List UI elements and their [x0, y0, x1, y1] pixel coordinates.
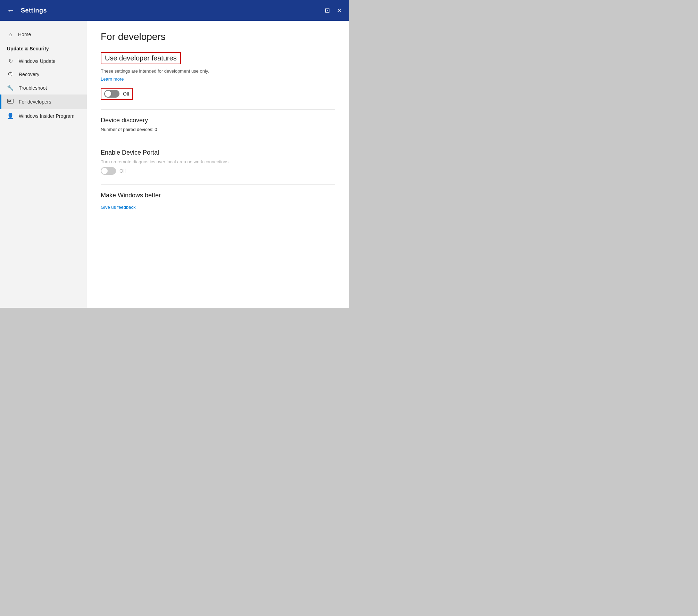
home-label: Home — [18, 32, 31, 37]
app-container: ⌂ Home Update & Security ↻ Windows Updat… — [0, 21, 349, 308]
give-feedback-link[interactable]: Give us feedback — [101, 205, 135, 210]
device-portal-knob — [101, 168, 108, 174]
device-portal-toggle[interactable] — [101, 167, 116, 175]
developer-features-toggle-label: Off — [123, 91, 129, 97]
page-title: For developers — [101, 31, 335, 42]
use-developer-features-title: Use developer features — [105, 54, 177, 62]
home-icon: ⌂ — [7, 31, 14, 38]
make-windows-better-row: Make Windows better — [101, 192, 335, 202]
close-button[interactable]: ✕ — [337, 7, 342, 14]
device-portal-desc: Turn on remote diagnostics over local ar… — [101, 159, 335, 164]
use-developer-features-box: Use developer features — [101, 52, 181, 64]
windows-update-label: Windows Update — [19, 58, 56, 64]
developer-features-toggle-row: Off — [101, 88, 335, 100]
sidebar-item-troubleshoot[interactable]: 🔧 Troubleshoot — [0, 81, 87, 95]
sidebar-section-title: Update & Security — [0, 41, 87, 54]
developer-features-toggle-box: Off — [101, 88, 133, 100]
recovery-icon: ⏱ — [7, 71, 14, 77]
troubleshoot-label: Troubleshoot — [19, 85, 47, 91]
titlebar: ← Settings ⊡ ✕ — [0, 0, 349, 21]
sidebar-item-windows-insider[interactable]: 👤 Windows Insider Program — [0, 109, 87, 123]
svg-line-2 — [8, 101, 9, 102]
sidebar-item-for-developers[interactable]: For developers — [0, 95, 87, 109]
device-portal-title: Enable Device Portal — [101, 149, 335, 156]
divider-1 — [101, 109, 335, 110]
svg-line-4 — [10, 101, 11, 102]
divider-3 — [101, 184, 335, 185]
sidebar-item-windows-update[interactable]: ↻ Windows Update — [0, 54, 87, 68]
device-portal-toggle-label: Off — [119, 168, 126, 174]
content-area: For developers Use developer features Th… — [87, 21, 349, 308]
windows-update-icon: ↻ — [7, 58, 14, 64]
toggle-knob — [105, 91, 111, 97]
recovery-label: Recovery — [19, 72, 39, 77]
paired-devices-value: Number of paired devices: 0 — [101, 127, 335, 132]
back-button[interactable]: ← — [7, 6, 15, 15]
insider-icon: 👤 — [7, 113, 14, 119]
learn-more-link[interactable]: Learn more — [101, 76, 124, 82]
for-developers-label: For developers — [19, 99, 51, 105]
app-title: Settings — [21, 7, 47, 14]
troubleshoot-icon: 🔧 — [7, 84, 14, 91]
developer-features-desc: These settings are intended for developm… — [101, 68, 335, 74]
sidebar-item-recovery[interactable]: ⏱ Recovery — [0, 68, 87, 81]
snap-button[interactable]: ⊡ — [325, 7, 330, 14]
developers-icon — [7, 98, 14, 106]
make-windows-better-title: Make Windows better — [101, 192, 161, 199]
device-portal-toggle-row: Off — [101, 167, 335, 175]
divider-2 — [101, 142, 335, 142]
insider-label: Windows Insider Program — [19, 113, 74, 119]
developer-features-toggle[interactable] — [104, 90, 119, 98]
svg-line-5 — [9, 100, 10, 102]
window-controls: ⊡ ✕ — [325, 7, 342, 14]
device-discovery-title: Device discovery — [101, 117, 335, 124]
sidebar-item-home[interactable]: ⌂ Home — [0, 28, 87, 41]
sidebar: ⌂ Home Update & Security ↻ Windows Updat… — [0, 21, 87, 308]
